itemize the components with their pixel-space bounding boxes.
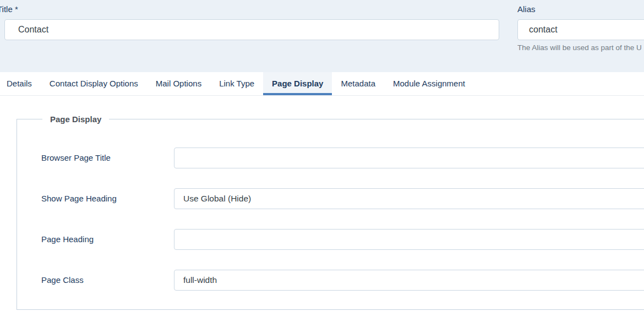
form-row-page-heading: Page Heading (17, 229, 644, 250)
alias-input[interactable] (517, 19, 644, 40)
alias-help-text: The Alias will be used as part of the U (517, 43, 642, 52)
tab-contact-display-options[interactable]: Contact Display Options (41, 72, 147, 95)
fieldset-legend: Page Display (42, 114, 109, 125)
title-input[interactable] (4, 19, 499, 40)
show-page-heading-label: Show Page Heading (41, 188, 117, 209)
menu-item-edit-page: Title * Alias The Alias will be used as … (0, 0, 644, 333)
tab-details[interactable]: Details (0, 72, 41, 95)
tab-list: Details Contact Display Options Mail Opt… (0, 72, 644, 95)
page-display-fieldset: Page Display Browser Page Title Show Pag… (17, 119, 644, 310)
page-heading-label: Page Heading (41, 229, 94, 250)
browser-page-title-input[interactable] (174, 148, 644, 168)
form-row-browser-page-title: Browser Page Title (17, 148, 644, 168)
tab-page-display[interactable]: Page Display (263, 72, 332, 95)
form-row-show-page-heading: Show Page Heading Use Global (Hide) (17, 188, 644, 209)
page-class-input[interactable] (174, 270, 644, 291)
browser-page-title-label: Browser Page Title (41, 148, 111, 168)
tab-bar: Details Contact Display Options Mail Opt… (0, 72, 644, 96)
tab-mail-options[interactable]: Mail Options (147, 72, 210, 95)
form-row-page-class: Page Class (17, 270, 644, 291)
header-form: Title * Alias The Alias will be used as … (0, 0, 644, 72)
tab-link-type[interactable]: Link Type (210, 72, 263, 95)
show-page-heading-selected-value: Use Global (Hide) (183, 194, 251, 203)
page-heading-input[interactable] (174, 229, 644, 250)
tab-metadata[interactable]: Metadata (332, 72, 384, 95)
tab-module-assignment[interactable]: Module Assignment (384, 72, 474, 95)
page-class-label: Page Class (41, 270, 84, 291)
show-page-heading-select[interactable]: Use Global (Hide) (174, 188, 644, 209)
alias-label: Alias (517, 4, 536, 14)
title-label: Title * (0, 4, 18, 14)
